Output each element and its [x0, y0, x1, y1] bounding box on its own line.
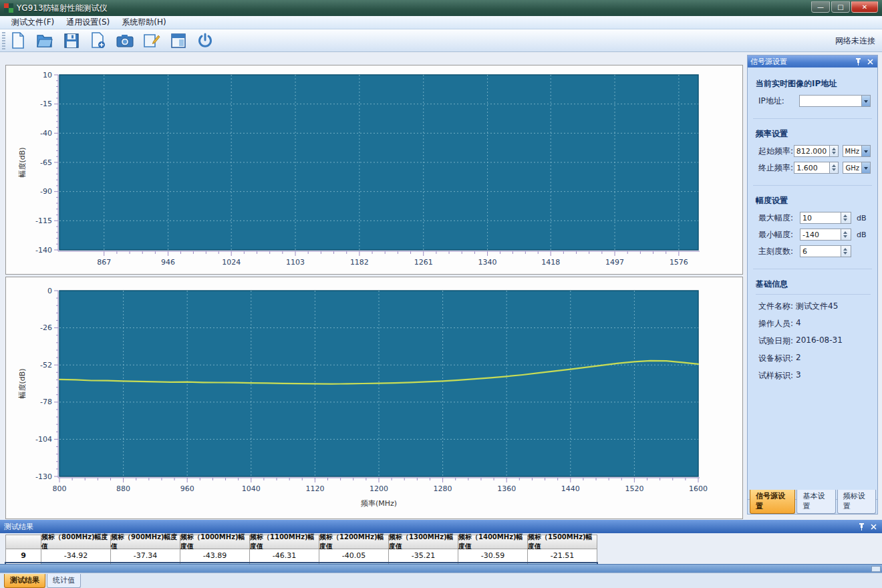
close-button[interactable]: ✕ [851, 1, 878, 13]
start-frequency-unit: MHz [843, 148, 861, 155]
basic-info-title: 基础信息 [756, 279, 871, 295]
ip-group-title: 当前实时图像的IP地址 [756, 78, 871, 90]
window-layout-icon[interactable] [168, 31, 188, 50]
menu-general-settings[interactable]: 通用设置(S) [60, 15, 116, 29]
table-cell[interactable]: -21.51 [528, 549, 597, 563]
table-column-header[interactable]: 频标（1100MHz)幅度值 [250, 535, 319, 549]
chart-canvas: 10-15-40-65-90-115-140867946102411031182… [6, 65, 742, 274]
stop-frequency-input[interactable]: 1.600 [794, 162, 830, 174]
svg-text:1024: 1024 [222, 258, 241, 267]
tab-basic-settings[interactable]: 基本设置 [796, 490, 835, 514]
start-frequency-label: 起始频率: [758, 146, 794, 157]
table-column-header[interactable]: 频标（1200MHz)幅度值 [319, 535, 389, 549]
major-divisions-label: 主刻度数: [758, 246, 800, 257]
menu-bar: 测试文件(F) 通用设置(S) 系统帮助(H) [0, 16, 882, 29]
window-title: YG913防辐射性能测试仪 [17, 3, 108, 14]
stop-frequency-stepper[interactable] [830, 162, 839, 174]
start-frequency-input[interactable]: 812.000 [794, 145, 830, 157]
start-frequency-stepper[interactable] [830, 145, 839, 157]
major-divisions-stepper[interactable] [841, 245, 851, 257]
edit-report-icon[interactable] [142, 31, 162, 50]
new-file-icon[interactable] [8, 31, 28, 50]
camera-icon[interactable] [115, 31, 135, 50]
pin-icon[interactable] [853, 57, 863, 66]
max-amplitude-input[interactable]: 10 [800, 212, 841, 224]
power-icon[interactable] [195, 31, 215, 50]
svg-text:1261: 1261 [414, 258, 433, 267]
app-logo-icon [4, 3, 13, 13]
svg-text:1120: 1120 [305, 484, 324, 493]
svg-text:800: 800 [53, 484, 67, 493]
signal-panel-header: 信号源设置 [748, 55, 877, 67]
pin-icon[interactable] [857, 523, 866, 531]
maximize-button[interactable]: □ [831, 1, 850, 13]
scrollbar-button[interactable] [871, 566, 881, 572]
table-column-header[interactable]: 频标（1400MHz)幅度值 [458, 535, 528, 549]
ip-address-select[interactable] [799, 95, 871, 107]
row-header-cell[interactable]: 9 [5, 549, 41, 563]
results-panel-title: 测试结果 [4, 522, 857, 532]
svg-text:-140: -140 [35, 246, 52, 255]
test-date-label: 试验日期: [758, 335, 793, 347]
svg-text:1360: 1360 [497, 484, 516, 493]
stop-frequency-unit-select[interactable]: GHz [843, 162, 871, 174]
svg-text:1280: 1280 [434, 484, 452, 493]
test-date-value: 2016-08-31 [796, 335, 843, 347]
sample-id-value: 3 [796, 370, 801, 382]
svg-text:幅度(dB): 幅度(dB) [18, 147, 27, 177]
signal-panel-tabs: 信号源设置 基本设置 频标设置 [748, 499, 877, 514]
tab-test-results[interactable]: 测试结果 [4, 574, 45, 588]
svg-text:-15: -15 [40, 100, 52, 108]
table-column-header[interactable]: 频标（800MHz)幅度值 [41, 535, 111, 549]
close-panel-icon[interactable] [869, 523, 878, 531]
chevron-down-icon[interactable] [861, 162, 870, 173]
min-amplitude-stepper[interactable] [841, 229, 851, 241]
chart-canvas: 0-26-52-78-104-1308008809601040112012001… [6, 277, 742, 519]
ip-label: IP地址: [758, 96, 799, 107]
max-amplitude-label: 最大幅度: [758, 212, 800, 224]
signal-panel-title: 信号源设置 [750, 57, 853, 67]
table-cell[interactable]: -35.21 [389, 549, 458, 563]
toolbar-grip[interactable] [2, 32, 5, 49]
table-cell[interactable]: -46.31 [250, 549, 319, 563]
table-column-header[interactable]: 频标（1000MHz)幅度值 [180, 535, 250, 549]
table-cell[interactable]: -37.34 [111, 549, 180, 563]
table-column-header[interactable]: 频标（900MHz)幅度值 [111, 535, 180, 549]
amplitude-group-title: 幅度设置 [756, 195, 871, 206]
max-amplitude-stepper[interactable] [841, 212, 851, 224]
save-icon[interactable] [61, 31, 82, 50]
svg-text:1200: 1200 [370, 484, 388, 493]
chevron-down-icon[interactable] [861, 96, 870, 106]
horizontal-scrollbar[interactable] [0, 564, 882, 573]
minimize-button[interactable]: — [811, 1, 830, 13]
svg-text:1182: 1182 [350, 258, 369, 267]
table-row[interactable]: 9-34.92-37.34-43.89-46.31-40.05-35.21-30… [5, 549, 597, 563]
svg-text:1576: 1576 [670, 258, 688, 267]
table-cell[interactable]: -40.05 [319, 549, 389, 563]
export-file-icon[interactable] [88, 31, 108, 50]
tab-signal-source-settings[interactable]: 信号源设置 [750, 490, 795, 514]
svg-text:1520: 1520 [625, 484, 643, 493]
table-column-header[interactable]: 频标（1500MHz)幅度值 [528, 535, 597, 549]
menu-test-file[interactable]: 测试文件(F) [5, 15, 60, 29]
file-name-label: 文件名称: [758, 301, 793, 312]
table-cell[interactable]: -30.59 [458, 549, 528, 563]
table-column-header[interactable]: 频标（1300MHz)幅度值 [389, 535, 458, 549]
svg-text:1103: 1103 [286, 258, 305, 267]
table-cell[interactable]: -34.92 [41, 549, 111, 563]
svg-text:1440: 1440 [561, 484, 580, 493]
min-amplitude-input[interactable]: -140 [800, 229, 841, 241]
menu-system-help[interactable]: 系统帮助(H) [116, 15, 172, 29]
tab-statistics[interactable]: 统计值 [47, 574, 81, 588]
open-folder-icon[interactable] [35, 31, 55, 50]
start-frequency-unit-select[interactable]: MHz [843, 145, 871, 157]
svg-text:1600: 1600 [689, 484, 708, 493]
major-divisions-input[interactable]: 6 [800, 245, 841, 257]
frequency-group: 频率设置 起始频率: 812.000 MHz 终止频率: 1.600 GHz [753, 124, 872, 186]
svg-text:-78: -78 [40, 398, 52, 406]
tab-marker-settings[interactable]: 频标设置 [837, 490, 876, 514]
table-cell[interactable]: -43.89 [180, 549, 250, 563]
chevron-down-icon[interactable] [861, 146, 870, 156]
svg-text:-115: -115 [35, 216, 52, 225]
close-panel-icon[interactable] [865, 57, 875, 66]
